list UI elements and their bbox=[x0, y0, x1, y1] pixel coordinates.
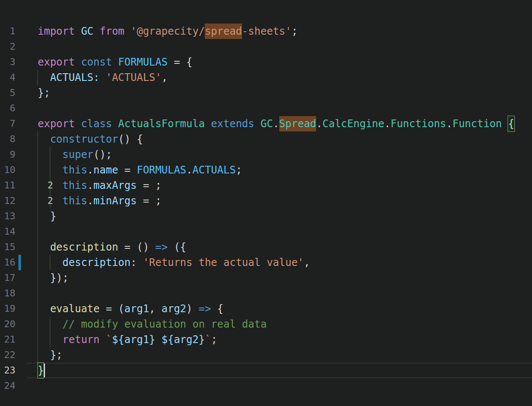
line-number[interactable]: 3 bbox=[0, 54, 15, 70]
code-line[interactable]: 11 this.maxArgs = 2; bbox=[0, 178, 532, 193]
code-token bbox=[502, 118, 508, 130]
code-text: } bbox=[38, 363, 44, 378]
code-line[interactable]: 20 // modify evaluation on real data bbox=[0, 316, 532, 332]
code-line[interactable]: 13 } bbox=[0, 209, 532, 224]
code-editor[interactable]: 1import GC from '@grapecity/spread-sheet… bbox=[0, 0, 532, 406]
line-number[interactable]: 18 bbox=[0, 286, 15, 301]
line-number[interactable]: 10 bbox=[0, 162, 15, 178]
code-line[interactable]: 23} bbox=[0, 363, 532, 378]
code-token: . bbox=[273, 118, 279, 130]
code-token: } bbox=[38, 210, 56, 222]
code-token: GC bbox=[260, 118, 273, 130]
code-line[interactable]: 4 ACTUALS: 'ACTUALS', bbox=[0, 70, 532, 85]
code-text: ACTUALS: 'ACTUALS', bbox=[38, 70, 167, 85]
code-token: ACTUALS: bbox=[50, 72, 100, 84]
code-token: export bbox=[38, 118, 75, 130]
code-line[interactable]: 24 bbox=[0, 378, 532, 394]
code-token bbox=[124, 25, 130, 37]
code-token bbox=[38, 334, 63, 346]
code-token: name bbox=[93, 164, 118, 176]
code-token: Function bbox=[452, 118, 502, 130]
code-token: = { bbox=[167, 56, 192, 68]
code-token: , bbox=[304, 257, 310, 269]
code-line[interactable]: 14 bbox=[0, 224, 532, 239]
code-token: Functions bbox=[391, 118, 446, 130]
line-number[interactable]: 16 bbox=[0, 255, 15, 270]
code-line[interactable]: 22 }; bbox=[0, 347, 532, 363]
line-number[interactable]: 15 bbox=[0, 239, 15, 255]
line-number[interactable]: 14 bbox=[0, 224, 15, 239]
code-token: . bbox=[87, 179, 93, 191]
code-line[interactable]: 15 description = () => ({ bbox=[0, 239, 532, 255]
line-number[interactable]: 1 bbox=[0, 24, 15, 39]
code-token: 2 bbox=[38, 193, 53, 209]
line-number[interactable]: 6 bbox=[0, 101, 15, 116]
code-token: 2 bbox=[38, 178, 53, 193]
code-token: ; bbox=[211, 334, 217, 346]
code-token bbox=[254, 118, 260, 130]
line-number[interactable]: 24 bbox=[0, 378, 15, 394]
code-token: = bbox=[137, 195, 155, 207]
code-token: CalcEngine bbox=[323, 118, 385, 130]
code-line[interactable]: 2 bbox=[0, 39, 532, 54]
code-line[interactable]: 21 return `${arg1} ${arg2}`; bbox=[0, 332, 532, 347]
line-number[interactable]: 21 bbox=[0, 332, 15, 347]
code-token: ) bbox=[186, 303, 199, 315]
code-line[interactable]: 8 constructor() { bbox=[0, 131, 532, 147]
search-match-highlight: Spread bbox=[279, 116, 317, 131]
code-line[interactable]: 17 }); bbox=[0, 270, 532, 286]
code-token: // modify evaluation on real data bbox=[63, 318, 267, 330]
code-text: constructor() { bbox=[38, 131, 143, 147]
code-text: // modify evaluation on real data bbox=[38, 316, 267, 332]
code-token: from bbox=[100, 25, 125, 37]
code-line[interactable]: 16 description: 'Returns the actual valu… bbox=[0, 255, 532, 270]
code-token: ; bbox=[236, 164, 242, 176]
indent-guide-line bbox=[37, 224, 38, 239]
code-line[interactable]: 6 bbox=[0, 101, 532, 116]
line-number[interactable]: 8 bbox=[0, 131, 15, 147]
line-number[interactable]: 9 bbox=[0, 147, 15, 162]
code-line[interactable]: 19 evaluate = (arg1, arg2) => { bbox=[0, 301, 532, 316]
line-number[interactable]: 23 bbox=[0, 363, 15, 378]
line-number[interactable]: 19 bbox=[0, 301, 15, 316]
line-number[interactable]: 5 bbox=[0, 85, 15, 101]
code-text: }); bbox=[38, 270, 69, 286]
code-token bbox=[100, 72, 106, 84]
line-number[interactable]: 4 bbox=[0, 70, 15, 85]
line-number[interactable]: 12 bbox=[0, 193, 15, 209]
line-number[interactable]: 11 bbox=[0, 178, 15, 193]
code-line[interactable]: 1import GC from '@grapecity/spread-sheet… bbox=[0, 24, 532, 39]
code-line[interactable]: 5}; bbox=[0, 85, 532, 101]
code-token: = () bbox=[118, 241, 155, 253]
code-token: , bbox=[161, 72, 167, 84]
code-line[interactable]: 18 bbox=[0, 286, 532, 301]
code-token bbox=[75, 56, 81, 68]
code-token bbox=[75, 118, 81, 130]
line-number[interactable]: 7 bbox=[0, 116, 15, 131]
code-token bbox=[100, 334, 106, 346]
code-line[interactable]: 3export const FORMULAS = { bbox=[0, 54, 532, 70]
code-token: => bbox=[155, 241, 168, 253]
code-text: }; bbox=[38, 85, 50, 101]
code-token: ({ bbox=[167, 241, 186, 253]
line-number[interactable]: 17 bbox=[0, 270, 15, 286]
code-token: ` bbox=[205, 334, 211, 346]
code-line[interactable]: 7export class ActualsFormula extends GC.… bbox=[0, 116, 532, 131]
code-line[interactable]: 9 super(); bbox=[0, 147, 532, 162]
code-line[interactable]: 10 this.name = FORMULAS.ACTUALS; bbox=[0, 162, 532, 178]
code-text: this.maxArgs = 2; bbox=[38, 178, 161, 193]
text-cursor bbox=[44, 364, 45, 377]
code-token bbox=[38, 318, 63, 330]
code-token: this bbox=[63, 164, 87, 176]
code-token: }; bbox=[38, 87, 50, 99]
code-text: } bbox=[38, 209, 56, 224]
code-line[interactable]: 12 this.minArgs = 2; bbox=[0, 193, 532, 209]
code-text: export const FORMULAS = { bbox=[38, 54, 192, 70]
line-number[interactable]: 22 bbox=[0, 347, 15, 363]
code-token bbox=[75, 25, 81, 37]
line-number[interactable]: 13 bbox=[0, 209, 15, 224]
line-number[interactable]: 20 bbox=[0, 316, 15, 332]
line-number[interactable]: 2 bbox=[0, 39, 15, 54]
modified-line-indicator[interactable] bbox=[18, 255, 21, 270]
code-text: super(); bbox=[38, 147, 112, 162]
